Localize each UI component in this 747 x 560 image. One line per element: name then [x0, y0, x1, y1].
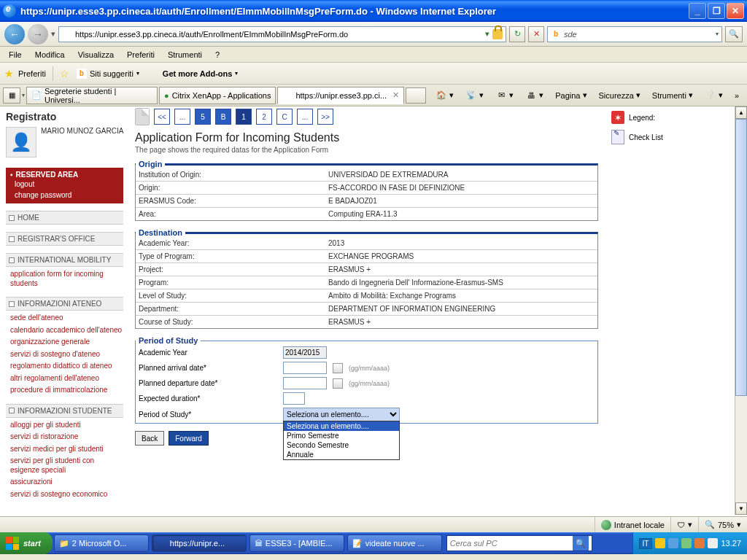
- browser-search[interactable]: b ▾: [547, 26, 722, 42]
- menu-strumenti[interactable]: Strumenti: [162, 49, 208, 61]
- forward-button[interactable]: Forward: [169, 431, 209, 446]
- sidebar-head-home[interactable]: HOME: [6, 211, 123, 225]
- back-button[interactable]: Back: [135, 431, 164, 446]
- address-input[interactable]: [75, 30, 482, 39]
- sidebar-head-info-studente[interactable]: INFORMAZIONI STUDENTE: [6, 404, 123, 418]
- calendar-icon[interactable]: [333, 378, 343, 389]
- dropdown-option[interactable]: Primo Semestre: [284, 431, 399, 440]
- stop-button[interactable]: ✕: [528, 26, 544, 42]
- tray-icon[interactable]: [708, 538, 718, 548]
- crumb-last[interactable]: >>: [317, 109, 333, 125]
- dropdown-option[interactable]: Seleziona un elemento....: [284, 421, 399, 431]
- taskbar-item[interactable]: 📝videate nuove ...: [347, 534, 442, 552]
- tray-icon[interactable]: [668, 538, 678, 548]
- tab-citrix[interactable]: ● Citrix XenApp - Applications: [159, 87, 276, 104]
- taskbar-item[interactable]: 🏛ESSE3 - [AMBIE...: [249, 534, 344, 552]
- sidebar-head-info-ateneo[interactable]: INFORMAZIONI ATENEO: [6, 297, 123, 311]
- desktop-search[interactable]: 🔍: [446, 535, 592, 551]
- tab-unipr-esse3[interactable]: https://unipr.esse3.pp.ci... ✕: [277, 87, 404, 104]
- departure-date-input[interactable]: [283, 377, 327, 389]
- search-input[interactable]: [564, 30, 713, 39]
- crumb-1-current[interactable]: 1: [236, 109, 252, 125]
- close-button[interactable]: ✕: [727, 3, 744, 19]
- scroll-thumb[interactable]: [735, 119, 747, 396]
- address-bar[interactable]: ▾: [58, 26, 506, 42]
- crumb-2[interactable]: 2: [256, 109, 272, 125]
- taskbar-item[interactable]: 📁2 Microsoft O...: [54, 534, 149, 552]
- feeds-button[interactable]: 📡▾: [460, 88, 489, 104]
- sidebar-link[interactable]: assicurazioni: [6, 476, 123, 489]
- search-dropdown-icon[interactable]: ▾: [716, 31, 719, 37]
- clock[interactable]: 13.27: [721, 539, 741, 548]
- start-button[interactable]: start: [0, 532, 53, 554]
- taskbar-item[interactable]: https://unipr.e...: [152, 534, 247, 552]
- maximize-button[interactable]: ❐: [708, 3, 725, 19]
- period-of-study-select[interactable]: Seleziona un elemento.... Seleziona un e…: [283, 408, 400, 421]
- menu-help[interactable]: ?: [209, 49, 225, 61]
- sidebar-head-registrar[interactable]: REGISTRAR'S OFFICE: [6, 232, 123, 246]
- scroll-down-icon[interactable]: ▼: [735, 502, 747, 515]
- recent-dropdown-icon[interactable]: ▾: [51, 29, 55, 39]
- crumb-c[interactable]: C: [276, 109, 293, 125]
- favorites-star-icon[interactable]: ★: [4, 68, 14, 79]
- get-addons[interactable]: Get more Add-ons▾: [147, 67, 241, 80]
- calendar-icon[interactable]: [333, 363, 343, 373]
- mail-button[interactable]: ✉▾: [490, 88, 519, 104]
- sidebar-link-application-form[interactable]: application form for incoming students: [6, 268, 123, 289]
- minimize-button[interactable]: _: [689, 3, 706, 19]
- sidebar-link[interactable]: servizi di sostegno d'ateneo: [6, 349, 123, 361]
- scroll-up-icon[interactable]: ▲: [735, 106, 747, 119]
- sidebar-link[interactable]: servizi medici per gli studenti: [6, 443, 123, 456]
- sidebar-link[interactable]: procedure di immatricolazione: [6, 384, 123, 397]
- security-menu[interactable]: Sicurezza ▾: [594, 88, 646, 104]
- dropdown-option[interactable]: Secondo Semestre: [284, 440, 399, 450]
- close-tab-icon[interactable]: ✕: [392, 90, 399, 100]
- page-menu[interactable]: Pagina ▾: [550, 88, 592, 104]
- desktop-search-input[interactable]: [450, 539, 570, 548]
- help-menu[interactable]: ❔▾: [700, 88, 728, 104]
- expand-toolbar[interactable]: »: [729, 88, 744, 104]
- tools-menu[interactable]: Strumenti ▾: [647, 88, 698, 104]
- sidebar-link[interactable]: organizzazione generale: [6, 336, 123, 349]
- crumb-5[interactable]: 5: [195, 109, 211, 125]
- sidebar-link[interactable]: calendario accademico dell'ateneo: [6, 324, 123, 337]
- sidebar-link[interactable]: servizi di sostegno economico: [6, 489, 123, 501]
- sidebar-link[interactable]: servizi di ristorazione: [6, 431, 123, 443]
- tray-icon[interactable]: [655, 538, 665, 548]
- change-password-link[interactable]: change password: [10, 190, 119, 201]
- tab-segreterie[interactable]: 📄 Segreterie studenti | Universi...: [26, 87, 158, 104]
- crumb-prev-set[interactable]: ...: [174, 109, 190, 125]
- sidebar-link[interactable]: servizi per gli studenti con esigenze sp…: [6, 455, 123, 476]
- siti-suggeriti[interactable]: b Siti suggeriti▾: [74, 67, 142, 80]
- quick-tabs-button[interactable]: ▦: [3, 88, 20, 104]
- menu-modifica[interactable]: Modifica: [29, 49, 71, 61]
- zoom-cell[interactable]: 🔍75% ▾: [698, 517, 747, 532]
- sidebar-link[interactable]: sede dell'ateneo: [6, 312, 123, 324]
- desktop-search-go[interactable]: 🔍: [573, 536, 589, 551]
- refresh-button[interactable]: ↻: [509, 26, 525, 42]
- sidebar-head-intl[interactable]: INTERNATIONAL MOBILITY: [6, 253, 123, 267]
- duration-input[interactable]: [283, 392, 305, 405]
- menu-preferiti[interactable]: Preferiti: [121, 49, 160, 61]
- add-favorite-icon[interactable]: ☆: [60, 68, 69, 79]
- menu-visualizza[interactable]: Visualizza: [72, 49, 120, 61]
- sidebar-link[interactable]: altri regolamenti dell'ateneo: [6, 373, 123, 385]
- favorites-label[interactable]: Preferiti: [18, 69, 46, 78]
- logout-link[interactable]: logout: [10, 179, 119, 190]
- forward-button[interactable]: →: [28, 24, 48, 44]
- sidebar-link[interactable]: alloggi per gli studenti: [6, 419, 123, 432]
- back-button[interactable]: ←: [4, 24, 25, 44]
- print-button[interactable]: 🖶▾: [520, 88, 549, 104]
- dropdown-option[interactable]: Annuale: [284, 450, 399, 459]
- sidebar-link[interactable]: regolamento didattico di ateneo: [6, 360, 123, 373]
- arrival-date-input[interactable]: [283, 362, 327, 374]
- home-button[interactable]: 🏠▾: [430, 88, 459, 104]
- tray-icon[interactable]: [694, 538, 705, 548]
- tray-icon[interactable]: [681, 538, 692, 548]
- crumb-next-set[interactable]: ...: [297, 109, 313, 125]
- search-go-button[interactable]: 🔍: [725, 26, 743, 42]
- crumb-first[interactable]: <<: [154, 109, 170, 125]
- new-tab-button[interactable]: [406, 88, 426, 104]
- menu-file[interactable]: File: [3, 49, 28, 61]
- page-scrollbar[interactable]: ▲ ▼: [735, 106, 747, 515]
